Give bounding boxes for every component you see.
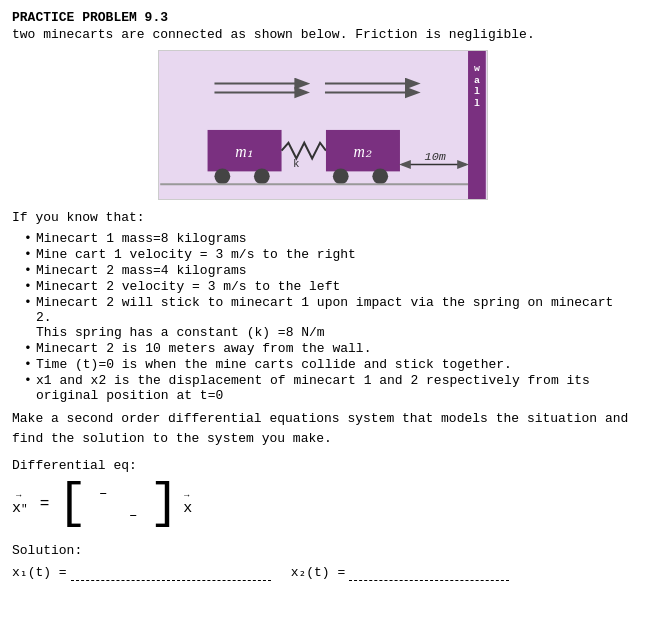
bullet-1: Minecart 1 mass=8 kilograms: [28, 231, 633, 246]
page-title: PRACTICE PROBLEM 9.3: [12, 10, 633, 25]
diff-eq-label: Differential eq:: [12, 458, 633, 473]
bullet-4: Minecart 2 velocity = 3 m/s to the left: [28, 279, 633, 294]
bullet-2: Mine cart 1 velocity = 3 m/s to the righ…: [28, 247, 633, 262]
svg-rect-4: [207, 130, 281, 171]
bullet-5: Minecart 2 will stick to minecart 1 upon…: [28, 295, 633, 340]
matrix-cell-11: –: [119, 505, 147, 525]
matrix-equation: → x″ = [ – – ] → x: [12, 479, 633, 529]
svg-point-6: [214, 168, 230, 184]
bullet-8-continued: original position at t=0: [36, 388, 223, 403]
bullet-7: Time (t)=0 is when the mine carts collid…: [28, 357, 633, 372]
svg-point-12: [372, 168, 388, 184]
solution-x2: x₂(t) =: [291, 564, 510, 581]
bullet-list: Minecart 1 mass=8 kilograms Mine cart 1 …: [12, 231, 633, 403]
svg-text:k: k: [293, 158, 300, 170]
svg-text:m₂: m₂: [353, 143, 371, 160]
bullet-8: x1 and x2 is the displacement of minecar…: [28, 373, 633, 403]
matrix: – –: [88, 482, 148, 526]
svg-rect-14: [468, 51, 486, 199]
equals-sign: =: [40, 495, 50, 513]
svg-text:w: w: [473, 63, 479, 74]
sol2-var: x₂(t) =: [291, 564, 346, 580]
sol1-answer: [71, 565, 271, 581]
bullet-5-continued: This spring has a constant (k) =8 N/m: [36, 325, 325, 340]
matrix-cell-01: [119, 483, 147, 503]
if-you-know: If you know that:: [12, 210, 633, 225]
diff-eq-section: Differential eq: → x″ = [ – – ] → x: [12, 458, 633, 529]
intro-text: two minecarts are connected as shown bel…: [12, 27, 633, 42]
svg-point-7: [253, 168, 269, 184]
matrix-cell-00: –: [89, 483, 117, 503]
svg-rect-9: [325, 130, 399, 171]
diagram: m₁ k m₂ w a l l 10m: [158, 50, 488, 200]
solution-x1: x₁(t) =: [12, 564, 271, 581]
svg-point-11: [332, 168, 348, 184]
bullet-3: Minecart 2 mass=4 kilograms: [28, 263, 633, 278]
svg-text:a: a: [473, 75, 479, 86]
svg-text:m₁: m₁: [235, 143, 253, 160]
svg-text:l: l: [473, 86, 479, 97]
sol1-var: x₁(t) =: [12, 564, 67, 580]
matrix-cell-10: [89, 505, 117, 525]
solution-section: Solution: x₁(t) = x₂(t) =: [12, 543, 633, 581]
bullet-6: Minecart 2 is 10 meters away from the wa…: [28, 341, 633, 356]
svg-text:10m: 10m: [424, 150, 445, 164]
sol2-answer: [349, 565, 509, 581]
solution-label: Solution:: [12, 543, 633, 558]
make-text: Make a second order differential equatio…: [12, 409, 633, 448]
svg-text:l: l: [473, 98, 479, 109]
solution-row: x₁(t) = x₂(t) =: [12, 564, 633, 581]
